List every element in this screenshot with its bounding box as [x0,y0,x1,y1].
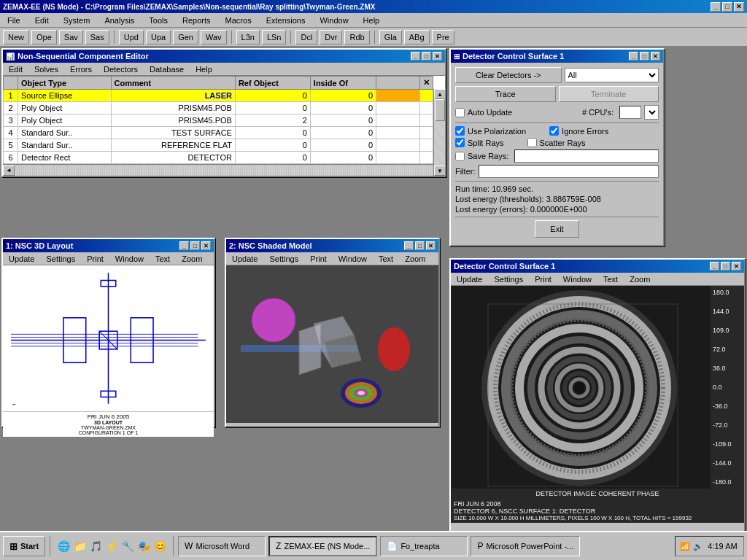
comp-menu-detectors[interactable]: Detectors [101,64,141,74]
det-img-minimize[interactable]: _ [710,262,719,271]
menu-editors[interactable]: Edit [31,15,53,26]
layout-3d-close[interactable]: ✕ [201,241,211,250]
layout-menu-text[interactable]: Text [152,254,173,264]
menu-window[interactable]: Window [315,15,352,26]
det-img-menu-print[interactable]: Print [532,274,554,284]
comp-editor-close[interactable]: ✕ [433,52,442,61]
filter-input[interactable] [479,165,659,178]
det-img-menu-zoom[interactable]: Zoom [627,274,653,284]
btn-wav[interactable]: Wav [201,30,227,44]
minimize-btn[interactable]: _ [711,2,721,12]
comp-menu-errors[interactable]: Errors [67,64,95,74]
btn-gla[interactable]: Gla [379,30,402,44]
cpus-select[interactable]: 1 [644,105,659,120]
taskbar-app-ppt[interactable]: P Microsoft PowerPoint -... [471,536,580,556]
util-icon-2[interactable]: 🔧 [122,540,133,552]
layout-menu-zoom[interactable]: Zoom [179,254,205,264]
det-img-close[interactable]: ✕ [732,262,741,271]
shaded-menu-update[interactable]: Update [229,254,260,264]
exit-btn[interactable]: Exit [535,220,578,238]
terminate-btn[interactable]: Terminate [559,86,659,102]
clear-detectors-btn[interactable]: Clear Detectors -> [455,67,562,83]
shaded-menu-zoom[interactable]: Zoom [402,254,428,264]
scroll-down-btn[interactable]: ▼ [434,166,446,176]
util-icon-1[interactable]: ⚡ [106,540,117,552]
save-rays-checkbox[interactable] [455,152,465,161]
split-rays-checkbox[interactable] [455,138,465,147]
scroll-up-btn[interactable]: ▲ [434,89,446,99]
layout-menu-update[interactable]: Update [6,254,37,264]
media-icon[interactable]: 🎵 [90,540,101,552]
comp-menu-edit[interactable]: Edit [6,64,26,74]
layout-3d-minimize[interactable]: _ [179,241,189,250]
ignore-errors-checkbox[interactable] [549,126,559,136]
cpus-input[interactable]: 1 [619,106,641,119]
taskbar-app-fo[interactable]: 📄 Fo_treapta [380,536,468,556]
det-img-maximize[interactable]: □ [721,262,730,271]
btn-lsn[interactable]: LSn [262,30,287,44]
scroll-thumb[interactable] [435,99,445,121]
table-vscroll[interactable]: ▲ ▼ [433,89,445,176]
shaded-menu-settings[interactable]: Settings [266,254,301,264]
btn-ope[interactable]: Ope [31,30,57,44]
btn-sas[interactable]: Sas [85,30,109,44]
btn-dcl[interactable]: Dcl [295,30,317,44]
btn-upa[interactable]: Upa [146,30,171,44]
btn-dvr[interactable]: Dvr [320,30,342,44]
layout-menu-settings[interactable]: Settings [43,254,78,264]
menu-system[interactable]: System [59,15,95,26]
det-img-menu-update[interactable]: Update [454,274,485,284]
shaded-close[interactable]: ✕ [426,241,436,250]
btn-rdb[interactable]: Rdb [344,30,369,44]
det-img-menu-window[interactable]: Window [560,274,595,284]
comp-menu-help[interactable]: Help [193,64,215,74]
taskbar-app-word[interactable]: W Microsoft Word [178,536,266,556]
menu-macros[interactable]: Macros [221,15,256,26]
scroll-left-btn[interactable]: ◄ [3,166,15,176]
shaded-minimize[interactable]: _ [404,241,414,250]
detector-ctrl-minimize[interactable]: _ [629,52,638,61]
shaded-menu-window[interactable]: Window [336,254,370,264]
shaded-menu-print[interactable]: Print [307,254,330,264]
taskbar-app-zemax[interactable]: Z ZEMAX-EE (NS Mode... [268,536,377,556]
trace-btn[interactable]: Trace [455,86,556,102]
comp-editor-minimize[interactable]: _ [411,52,420,61]
start-button[interactable]: ⊞ Start [3,536,45,556]
menu-file[interactable]: File [3,15,25,26]
auto-update-checkbox[interactable] [455,108,465,117]
menu-help[interactable]: Help [359,15,384,26]
det-img-menu-settings[interactable]: Settings [491,274,526,284]
ie-icon[interactable]: 🌐 [58,540,69,552]
btn-gen[interactable]: Gen [173,30,198,44]
table-hscroll[interactable]: ◄ ► [3,164,445,176]
all-select[interactable]: All [565,68,659,82]
save-rays-input[interactable]: Twyman-Green.ZRD [514,149,659,163]
close-btn[interactable]: ✕ [734,2,744,12]
comp-menu-solves[interactable]: Solves [31,64,61,74]
btn-pre[interactable]: Pre [432,30,454,44]
menu-tools[interactable]: Tools [144,15,172,26]
detector-ctrl-close[interactable]: ✕ [651,52,660,61]
folder-icon[interactable]: 📁 [74,540,85,552]
menu-extensions[interactable]: Extensions [262,15,310,26]
btn-sav[interactable]: Sav [59,30,83,44]
util-icon-3[interactable]: 🎭 [138,540,150,552]
comp-editor-maximize[interactable]: □ [422,52,431,61]
shaded-maximize[interactable]: □ [415,241,425,250]
layout-3d-maximize[interactable]: □ [190,241,200,250]
btn-new[interactable]: New [3,30,29,44]
layout-menu-print[interactable]: Print [84,254,107,264]
menu-reports[interactable]: Reports [178,15,215,26]
shaded-menu-text[interactable]: Text [376,254,396,264]
scatter-rays-checkbox[interactable] [527,138,537,147]
comp-menu-database[interactable]: Database [147,64,187,74]
det-img-menu-text[interactable]: Text [600,274,621,284]
maximize-btn[interactable]: □ [722,2,732,12]
util-icon-4[interactable]: 😊 [154,540,166,552]
btn-l3n[interactable]: L3n [236,30,260,44]
menu-analysis[interactable]: Analysis [100,15,139,26]
layout-menu-window[interactable]: Window [112,254,147,264]
btn-abg[interactable]: ABg [404,30,430,44]
btn-upd[interactable]: Upd [119,30,144,44]
use-polarization-checkbox[interactable] [455,126,465,136]
